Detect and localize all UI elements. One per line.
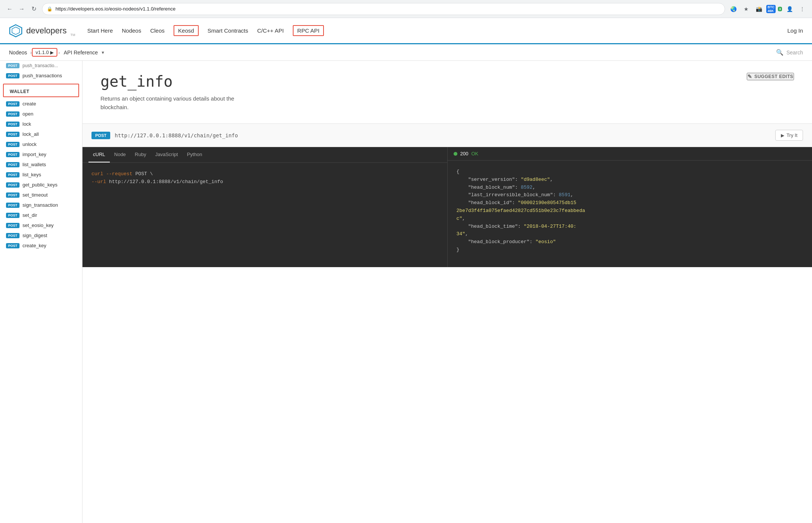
nav-cpp-api[interactable]: C/C++ API (257, 26, 284, 35)
version-badge[interactable]: v1.1.0 ▶ (32, 48, 57, 57)
sidebar-item-lock-all[interactable]: POST lock_all (0, 129, 82, 139)
sidebar-item-set-timeout[interactable]: POST set_timeout (0, 190, 82, 200)
sidebar-label: create (22, 101, 36, 107)
refresh-button[interactable]: ↻ (28, 4, 39, 14)
sidebar-item-sign-digest[interactable]: POST sign_digest (0, 230, 82, 240)
tab-javascript[interactable]: JavaScript (151, 147, 183, 162)
try-it-button[interactable]: ▶ Try It (775, 130, 803, 141)
method-badge-post: POST (6, 111, 19, 117)
breadcrumb-sep2: › (58, 50, 60, 56)
response-head-block-id: "head_block_id": "00002190e805475db15 (457, 199, 803, 207)
endpoint-panel: POST http://127.0.0.1:8888/v1/chain/get_… (82, 124, 812, 147)
login-button[interactable]: Log In (787, 27, 803, 34)
response-head-block-id-2: 2be7d3f4f1a075efaed42827cd551b0e23c7feab… (457, 207, 803, 215)
search-label[interactable]: Search (787, 50, 803, 56)
breadcrumb-area: Nodeos › v1.1.0 ▶ › API Reference ▼ (0, 48, 111, 57)
logo-text: developers (26, 26, 67, 36)
address-bar[interactable]: 🔒 https://developers.eos.io/eosio-nodeos… (42, 3, 725, 15)
api-ref-chevron[interactable]: ▼ (101, 50, 105, 55)
browser-right-icons: 🌏 ★ 📸 BTC46K 3 👤 ⋮ (728, 4, 808, 14)
sidebar-label: lock_all (22, 131, 39, 137)
sidebar-item-create-key[interactable]: POST create_key (0, 240, 82, 251)
lock-icon: 🔒 (47, 6, 52, 12)
response-head-block-producer: "head_block_producer": "eosio" (457, 238, 803, 246)
page-description: Returns an object containing various det… (100, 95, 794, 111)
sidebar-item-unlock[interactable]: POST unlock (0, 139, 82, 149)
sidebar-label: lock (22, 121, 31, 127)
head-block-id-val-3: c" (457, 216, 463, 221)
sidebar-label: sign_digest (22, 233, 47, 238)
tab-python[interactable]: Python (183, 147, 207, 162)
method-badge-post: POST (6, 243, 19, 248)
sidebar-item-get-public-keys[interactable]: POST get_public_keys (0, 180, 82, 190)
url-text: https://developers.eos.io/eosio-nodeos/v… (55, 6, 720, 12)
head-block-id-val-2: 2be7d3f4f1a075efaed42827cd551b0e23c7feab… (457, 208, 585, 213)
btc-badge: BTC46K (766, 5, 776, 13)
back-button[interactable]: ← (4, 4, 15, 14)
account-icon[interactable]: 👤 (784, 4, 795, 14)
curl-keyword: curl --request (91, 171, 132, 177)
bookmark-icon[interactable]: ★ (741, 4, 751, 14)
endpoint-url: http://127.0.0.1:8888/v1/chain/get_info (115, 132, 238, 138)
menu-icon[interactable]: ⋮ (797, 4, 808, 14)
code-left-panel: cURL Node Ruby JavaScript Python curl --… (82, 147, 448, 267)
head-block-num-val: 8592 (521, 185, 532, 190)
extension-icon-1[interactable]: 📸 (754, 4, 764, 14)
search-icon: 🔍 (776, 49, 784, 56)
site-logo[interactable]: developers TM (9, 24, 75, 38)
translate-icon[interactable]: 🌏 (728, 4, 739, 14)
nav-rpc-api[interactable]: RPC API (293, 25, 324, 36)
method-badge-post: POST (6, 203, 19, 208)
version-chevron: ▶ (50, 50, 54, 55)
nav-cleos[interactable]: Cleos (150, 26, 165, 35)
last-irreversible-val: 8591 (559, 192, 571, 198)
svg-marker-0 (10, 25, 22, 37)
status-dot (454, 152, 457, 156)
sidebar-item-import-key[interactable]: POST import_key (0, 149, 82, 159)
breadcrumb-nodeos[interactable]: Nodeos (6, 50, 30, 56)
code-status-bar: 200 OK (448, 147, 812, 161)
curl-line2: --url http://127.0.0.1:8888/v1/chain/get… (91, 178, 438, 186)
curl-url-flag: --url (91, 179, 106, 185)
nav-keosd[interactable]: Keosd (174, 25, 199, 36)
sidebar-label: unlock (22, 141, 37, 147)
site-nav: Start Here Nodeos Cleos Keosd Smart Cont… (87, 25, 776, 36)
sidebar-label: get_public_keys (22, 182, 57, 188)
sidebar-item-list-wallets[interactable]: POST list_wallets (0, 159, 82, 170)
breadcrumb-api-ref[interactable]: API Reference (61, 50, 101, 56)
sidebar-item-push-transaction[interactable]: POST push_transactio... (0, 61, 82, 71)
method-badge-post: POST (6, 213, 19, 218)
endpoint-method-badge: POST (91, 132, 110, 139)
method-badge-post: POST (6, 182, 19, 188)
nav-nodeos[interactable]: Nodeos (122, 26, 141, 35)
sidebar-label: push_transactions (22, 73, 62, 78)
sidebar-item-push-transactions[interactable]: POST push_transactions (0, 71, 82, 81)
head-block-producer-val: "eosio" (535, 239, 556, 245)
sidebar-item-open[interactable]: POST open (0, 109, 82, 119)
response-content: { "server_version": "d9ad8eec", "head_bl… (448, 161, 812, 262)
sidebar-item-set-eosio-key[interactable]: POST set_eosio_key (0, 220, 82, 230)
sidebar-item-lock[interactable]: POST lock (0, 119, 82, 129)
response-head-block-id-3: c", (457, 215, 803, 223)
nav-start-here[interactable]: Start Here (87, 26, 113, 35)
method-badge-post: POST (6, 162, 19, 167)
suggest-edits-button[interactable]: ✎ SUGGEST EDITS (747, 73, 794, 80)
sidebar-item-sign-transaction[interactable]: POST sign_transaction (0, 200, 82, 210)
forward-button[interactable]: → (16, 4, 27, 14)
method-badge-post: POST (6, 172, 19, 177)
tab-node[interactable]: Node (110, 147, 130, 162)
tab-curl[interactable]: cURL (88, 147, 110, 162)
sidebar-item-set-dir[interactable]: POST set_dir (0, 210, 82, 220)
nav-smart-contracts[interactable]: Smart Contracts (208, 26, 248, 35)
main-layout: POST push_transactio... POST push_transa… (0, 61, 812, 523)
search-area[interactable]: 🔍 Search (776, 49, 812, 56)
sidebar-item-create[interactable]: POST create (0, 99, 82, 109)
sidebar-label: push_transactio... (22, 63, 58, 68)
sidebar-item-list-keys[interactable]: POST list_keys (0, 170, 82, 180)
response-close: } (457, 246, 803, 254)
edit-icon: ✎ (748, 74, 752, 80)
page-title: get_info (100, 73, 173, 90)
desc-line2: blockchain. (100, 104, 129, 110)
tab-ruby[interactable]: Ruby (130, 147, 151, 162)
curl-line1: curl --request POST \ (91, 170, 438, 178)
